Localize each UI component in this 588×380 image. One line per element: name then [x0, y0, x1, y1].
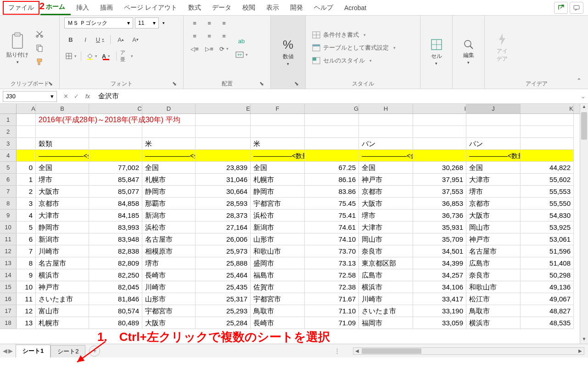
cell[interactable]: 大津市: [359, 221, 413, 233]
cell[interactable]: 55,553: [521, 186, 574, 198]
scroll-right-button[interactable]: ▶: [577, 348, 584, 354]
name-box[interactable]: J30▾: [3, 91, 57, 102]
cell[interactable]: 岡山市: [359, 233, 413, 245]
col-header-E[interactable]: E: [196, 104, 251, 113]
cell[interactable]: [196, 114, 251, 126]
cell[interactable]: 10: [17, 281, 36, 293]
tab-draw[interactable]: 描画: [95, 1, 118, 15]
cell[interactable]: 神戸市: [36, 281, 89, 293]
phonetic-button[interactable]: ア亜: [120, 51, 133, 62]
format-as-table-button[interactable]: テーブルとして書式設定: [310, 42, 415, 53]
cell[interactable]: 全国: [251, 162, 305, 174]
cell[interactable]: 福島市: [251, 269, 305, 281]
cell[interactable]: ―――――――<金 額>―: [359, 150, 413, 162]
cell[interactable]: 35,709: [413, 233, 466, 245]
row-header[interactable]: 17: [0, 305, 17, 317]
cell[interactable]: [305, 138, 359, 150]
cell[interactable]: [305, 114, 359, 126]
cell[interactable]: 36,736: [413, 210, 466, 221]
cell[interactable]: [251, 126, 305, 138]
cell[interactable]: 大阪市: [36, 186, 89, 198]
cell[interactable]: 84,185: [89, 210, 142, 221]
cell[interactable]: 京都市: [466, 198, 521, 210]
sheet-tab-1[interactable]: シート1: [16, 345, 50, 358]
cell[interactable]: 36,853: [413, 198, 466, 210]
cell[interactable]: [36, 126, 89, 138]
row-header[interactable]: 10: [0, 221, 17, 233]
cell[interactable]: 71.10: [305, 305, 359, 317]
cell[interactable]: 山形市: [251, 233, 305, 245]
font-color-button[interactable]: A: [100, 51, 112, 62]
cell[interactable]: 85,077: [89, 186, 142, 198]
cell[interactable]: 川崎市: [142, 281, 196, 293]
cell[interactable]: 宇都宮市: [142, 305, 196, 317]
cell[interactable]: 71.67: [305, 293, 359, 305]
cell[interactable]: 13: [17, 317, 36, 329]
row-header[interactable]: 13: [0, 257, 17, 269]
cell[interactable]: 浜松市: [251, 210, 305, 221]
col-header-J[interactable]: J: [466, 104, 521, 113]
align-middle-button[interactable]: ≡: [203, 17, 216, 28]
cell[interactable]: 84,858: [89, 198, 142, 210]
cell[interactable]: 米: [251, 138, 305, 150]
tab-view[interactable]: 表示: [261, 1, 285, 15]
row-header[interactable]: 4: [0, 150, 17, 162]
editing-button[interactable]: 編集▾: [457, 17, 480, 86]
col-header-F[interactable]: F: [251, 104, 305, 113]
cell[interactable]: 25,888: [196, 257, 251, 269]
cell[interactable]: 35,931: [413, 221, 466, 233]
cell[interactable]: 54,830: [521, 210, 574, 221]
cell[interactable]: 74.61: [305, 221, 359, 233]
align-right-button[interactable]: ≡: [218, 30, 230, 41]
cell[interactable]: 大津市: [466, 174, 521, 186]
wrap-text-button[interactable]: ab: [235, 35, 248, 46]
cell[interactable]: [89, 150, 142, 162]
cell[interactable]: 7: [17, 245, 36, 257]
cell[interactable]: 長崎市: [251, 317, 305, 329]
cell[interactable]: 米: [142, 138, 196, 150]
cell[interactable]: [466, 114, 521, 126]
cell[interactable]: [196, 138, 251, 150]
cell[interactable]: 宇都宮市: [251, 198, 305, 210]
indent-decrease-button[interactable]: ◁≡: [188, 43, 201, 54]
row-header[interactable]: 5: [0, 162, 17, 174]
cell[interactable]: 宇都宮市: [251, 293, 305, 305]
cell[interactable]: 55,550: [521, 198, 574, 210]
cell[interactable]: 札幌市: [142, 174, 196, 186]
expand-formula-bar-button[interactable]: ⌄: [578, 93, 588, 100]
cell[interactable]: 5: [17, 221, 36, 233]
cell[interactable]: 48,827: [521, 305, 574, 317]
number-launcher[interactable]: ⬊: [293, 80, 300, 87]
tab-data[interactable]: データ: [207, 1, 237, 15]
cell[interactable]: 3: [17, 198, 36, 210]
cell[interactable]: 名古屋市: [142, 233, 196, 245]
cell[interactable]: [17, 114, 36, 126]
scroll-left-button[interactable]: ◀: [353, 348, 361, 354]
cell[interactable]: [17, 150, 36, 162]
fx-icon[interactable]: fx: [85, 93, 95, 100]
cell[interactable]: パン: [466, 138, 521, 150]
cell[interactable]: 86.16: [305, 174, 359, 186]
row-header[interactable]: 11: [0, 233, 17, 245]
cell[interactable]: 82,838: [89, 245, 142, 257]
cell[interactable]: 11: [17, 293, 36, 305]
font-launcher[interactable]: ⬊: [171, 80, 178, 87]
paste-button[interactable]: 貼り付け ▾: [5, 17, 30, 78]
col-header-A[interactable]: A: [17, 104, 36, 113]
format-painter-button[interactable]: [33, 56, 46, 67]
row-header[interactable]: 14: [0, 269, 17, 281]
cell[interactable]: 堺市: [359, 210, 413, 221]
tab-insert[interactable]: 挿入: [71, 1, 95, 15]
font-name-select[interactable]: ＭＳ Ｐゴシック▾: [64, 17, 133, 28]
cell[interactable]: 33,190: [413, 305, 466, 317]
select-all-corner[interactable]: [0, 104, 17, 113]
cell-styles-button[interactable]: セルのスタイル: [310, 55, 415, 66]
cell[interactable]: 50,298: [521, 269, 574, 281]
cell[interactable]: さいたま市: [36, 293, 89, 305]
cell[interactable]: 全国: [359, 162, 413, 174]
number-format-button[interactable]: % 数値 ▾: [275, 17, 301, 86]
copy-button[interactable]: [33, 42, 46, 53]
cell[interactable]: [521, 126, 574, 138]
row-header[interactable]: 15: [0, 281, 17, 293]
cell[interactable]: 85,847: [89, 174, 142, 186]
